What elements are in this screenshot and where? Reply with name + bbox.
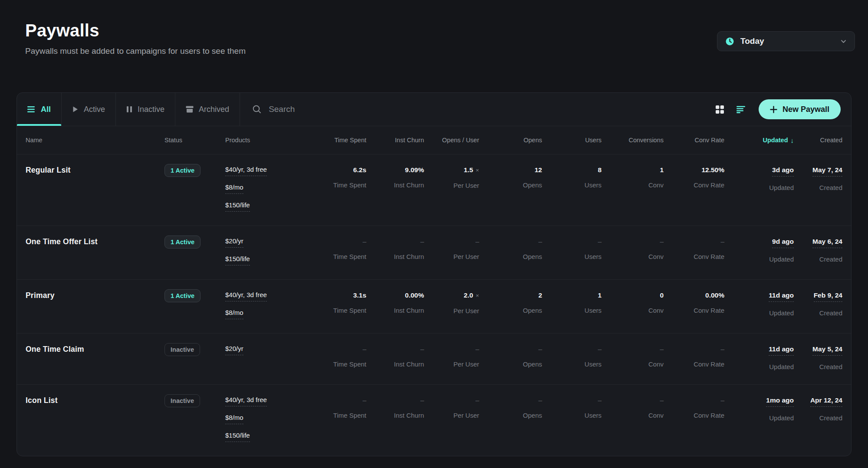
product-item[interactable]: $8/mo [225,414,243,424]
metric-conv-rate: –Conv Rate [664,334,724,384]
table-row[interactable]: Primary 1 Active $40/yr, 3d free$8/mo 3.… [17,279,851,333]
metric-conv-rate: –Conv Rate [664,226,724,279]
column-header-updated[interactable]: Updated ↓ [724,137,794,144]
created-value[interactable]: Feb 9, 24 [814,291,842,302]
list-lines-icon [27,106,36,113]
column-header-products[interactable]: Products [225,137,306,144]
tab-label: Archived [199,105,229,114]
column-header-status[interactable]: Status [164,137,225,144]
metric-conversions: –Conv [602,334,664,384]
metric-inst-churn: –Inst Churn [366,385,424,456]
table-body: Regular Lsit 1 Active $40/yr, 3d free$8/… [17,154,851,456]
column-header-updated-label: Updated [763,137,788,144]
list-view-icon[interactable] [736,106,746,113]
products-cell: $40/yr, 3d free$8/mo [225,280,306,333]
tab-label: Active [84,105,105,114]
product-item[interactable]: $150/life [225,432,250,442]
product-item[interactable]: $20/yr [225,345,243,355]
metric-conv-rate: –Conv Rate [664,385,724,456]
product-item[interactable]: $40/yr, 3d free [225,291,267,301]
product-item[interactable]: $8/mo [225,183,243,194]
created-value[interactable]: May 7, 24 [812,166,842,177]
metric-opens-per-user: –Per User [424,334,479,384]
column-header-opens[interactable]: Opens [479,137,542,144]
metric-inst-churn: –Inst Churn [366,226,424,279]
metric-created: May 7, 24Created [794,154,842,226]
updated-value[interactable]: 9d ago [772,237,794,248]
updated-value[interactable]: 11d ago [769,291,794,302]
metric-opens: 2Opens [479,280,542,333]
metric-conversions: –Conv [602,226,664,279]
products-cell: $40/yr, 3d free$8/mo$150/life [225,385,306,456]
metric-time-spent: 6.2sTime Spent [306,154,366,226]
status-badge: 1 Active [164,164,201,177]
paywall-name: One Time Offer List [26,237,98,246]
metric-opens-per-user: –Per User [424,226,479,279]
metric-conversions: 0Conv [602,280,664,333]
column-header-conv-rate[interactable]: Conv Rate [664,137,724,144]
table-row[interactable]: One Time Claim Inactive $20/yr –Time Spe… [17,333,851,384]
table-row[interactable]: Icon List Inactive $40/yr, 3d free$8/mo$… [17,384,851,456]
metric-conv-rate: 12.50%Conv Rate [664,154,724,226]
table-header: Name Status Products Time Spent Inst Chu… [17,126,851,154]
column-header-created[interactable]: Created [794,137,842,144]
metric-opens-per-user: 1.5×Per User [424,154,479,226]
product-item[interactable]: $150/life [225,201,250,212]
products-cell: $20/yr$150/life [225,226,306,279]
column-header-conversions[interactable]: Conversions [602,137,664,144]
search-bar [240,93,715,126]
new-paywall-button[interactable]: New Paywall [759,99,841,119]
paywall-name: Icon List [26,396,58,405]
column-header-time-spent[interactable]: Time Spent [306,137,366,144]
products-cell: $40/yr, 3d free$8/mo$150/life [225,154,306,226]
column-header-users[interactable]: Users [542,137,602,144]
tab-archived[interactable]: Archived [175,93,240,126]
metric-opens-per-user: –Per User [424,385,479,456]
grid-view-icon[interactable] [715,105,724,114]
tab-label: Inactive [138,105,164,114]
product-item[interactable]: $20/yr [225,237,243,248]
metric-conversions: 1Conv [602,154,664,226]
table-row[interactable]: Regular Lsit 1 Active $40/yr, 3d free$8/… [17,154,851,226]
metric-updated: 3d agoUpdated [724,154,794,226]
metric-conv-rate: 0.00%Conv Rate [664,280,724,333]
product-item[interactable]: $150/life [225,255,250,265]
metric-inst-churn: –Inst Churn [366,334,424,384]
play-icon [72,106,79,113]
created-value[interactable]: Apr 12, 24 [810,396,842,407]
page-title: Paywalls [25,21,246,40]
column-header-name[interactable]: Name [26,137,164,144]
updated-value[interactable]: 3d ago [772,166,794,177]
metric-users: –Users [542,226,602,279]
product-item[interactable]: $40/yr, 3d free [225,166,267,176]
column-header-inst-churn[interactable]: Inst Churn [366,137,424,144]
toolbar: All Active Inactive Archived [17,93,851,126]
updated-value[interactable]: 11d ago [769,345,794,356]
tab-inactive[interactable]: Inactive [116,93,175,126]
updated-value[interactable]: 1mo ago [766,396,794,407]
metric-opens: –Opens [479,334,542,384]
time-filter-dropdown[interactable]: Today [717,31,855,51]
metric-time-spent: 3.1sTime Spent [306,280,366,333]
product-item[interactable]: $8/mo [225,309,243,319]
metric-updated: 11d agoUpdated [724,334,794,384]
metric-users: 1Users [542,280,602,333]
tab-active[interactable]: Active [62,93,116,126]
column-header-opens-user[interactable]: Opens / User [424,137,479,144]
page-subtitle: Paywalls must be added to campaigns for … [25,46,246,56]
metric-opens: –Opens [479,226,542,279]
product-item[interactable]: $40/yr, 3d free [225,396,267,406]
chevron-down-icon [840,38,847,45]
page-header: Paywalls Paywalls must be added to campa… [0,0,868,56]
time-filter-value: Today [740,36,834,46]
search-input[interactable] [269,105,703,114]
created-value[interactable]: May 5, 24 [812,345,842,356]
search-icon [252,105,262,114]
created-value[interactable]: May 6, 24 [812,237,842,248]
table-row[interactable]: One Time Offer List 1 Active $20/yr$150/… [17,226,851,279]
metric-updated: 9d agoUpdated [724,226,794,279]
multiplier-symbol: × [476,167,479,173]
paywalls-panel: All Active Inactive Archived [16,92,852,456]
tab-label: All [41,105,51,114]
tab-all[interactable]: All [17,93,62,126]
